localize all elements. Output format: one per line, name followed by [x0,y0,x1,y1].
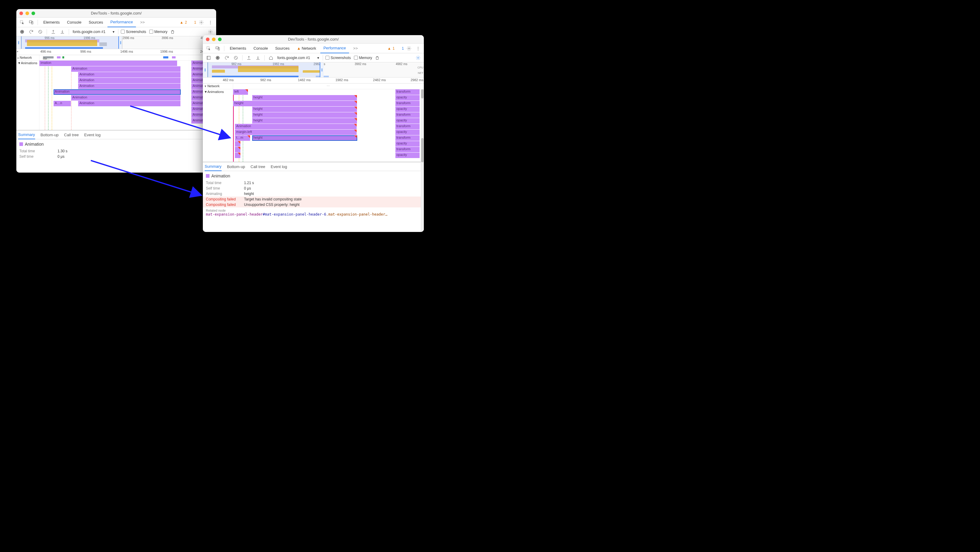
device-toggle-icon[interactable] [27,19,35,26]
flame-bar[interactable] [235,141,241,146]
flame-bar[interactable]: left [233,89,248,95]
flame-bar[interactable]: Animation [78,84,181,89]
flame-bar[interactable]: transform [395,89,420,95]
flame-bar[interactable]: Animation [71,66,181,72]
tab-console[interactable]: Console [250,44,271,53]
maximize-window-icon[interactable] [32,11,35,15]
scrollbar-thumb[interactable] [421,138,423,162]
time-ruler[interactable]: 482 ms 982 ms 1482 ms 1982 ms 2482 ms 29… [203,78,424,84]
flame-bar[interactable]: opacity [395,118,420,124]
screenshots-checkbox[interactable] [121,30,125,33]
flame-bar[interactable]: transform [395,101,420,106]
close-window-icon[interactable] [206,38,210,41]
tab-elements[interactable]: Elements [40,17,63,27]
settings-gear-icon[interactable] [405,45,413,52]
flame-bar[interactable]: transform [395,124,420,129]
tab-summary[interactable]: Summary [205,162,222,171]
network-track[interactable]: ▸Network tSe… [16,55,216,60]
download-icon[interactable] [59,28,66,36]
warnings-badge[interactable]: ▲2 [180,20,187,24]
home-icon[interactable] [267,54,275,62]
tab-elements[interactable]: Elements [227,44,249,53]
flame-bar[interactable]: height [252,135,357,141]
settings-gear-icon[interactable] [197,19,205,26]
record-button[interactable] [18,28,26,36]
target-dropdown[interactable]: fonts.google.com #1▾ [276,56,320,60]
flame-bar[interactable]: height [252,118,357,124]
tab-console[interactable]: Console [64,17,84,27]
flame-bar[interactable]: opacity [395,107,420,112]
overview-handle-right[interactable]: ‖ [320,62,324,77]
device-toggle-icon[interactable] [214,45,222,52]
tab-sources[interactable]: Sources [272,44,293,53]
gc-icon[interactable] [169,28,177,36]
tab-performance[interactable]: Performance [108,17,136,27]
download-icon[interactable] [254,54,262,62]
clear-button[interactable] [232,54,240,62]
upload-icon[interactable] [49,28,57,36]
issues-badge[interactable]: !1 [190,20,196,24]
flame-bar[interactable]: Animation [78,78,181,83]
capture-settings-gear-icon[interactable] [207,28,214,36]
tab-event-log[interactable]: Event log [270,162,287,171]
warnings-badge[interactable]: ▲1 [388,46,395,51]
flame-bar[interactable]: opacity [395,153,420,158]
flame-bar[interactable]: transform [395,135,420,141]
network-track[interactable]: ▼Network ⋯ [203,84,424,89]
kebab-menu-icon[interactable]: ⋮ [414,45,422,52]
flame-bar[interactable]: Animation [54,89,181,95]
capture-settings-gear-icon[interactable] [414,54,422,62]
flame-bar[interactable]: opacity [395,141,420,146]
overview-handle-left[interactable]: ‖ [16,37,21,49]
flame-bar[interactable]: A…n [54,101,71,106]
gc-icon[interactable] [373,54,381,62]
flame-bar[interactable] [235,153,241,158]
close-window-icon[interactable] [19,11,23,15]
flame-bar[interactable]: height [252,107,357,112]
flame-bar[interactable]: opacity [395,130,420,135]
flame-bar[interactable]: Animation [78,101,181,106]
tab-bottom-up[interactable]: Bottom-up [227,162,245,171]
tab-sources[interactable]: Sources [86,17,106,27]
minimize-window-icon[interactable] [212,38,216,41]
tab-call-tree[interactable]: Call tree [251,162,265,171]
flame-bar[interactable]: height [252,112,357,118]
expand-icon[interactable]: ▸ [17,50,19,53]
tab-call-tree[interactable]: Call tree [64,130,79,139]
more-tabs-icon[interactable]: >> [137,17,148,27]
flame-bar[interactable] [235,147,241,152]
messages-badge[interactable]: i1 [398,46,404,51]
flame-bar[interactable]: opacity [395,95,420,100]
more-tabs-icon[interactable]: >> [350,44,361,53]
maximize-window-icon[interactable] [218,38,222,41]
clear-button[interactable] [36,28,44,36]
collapse-dots-icon[interactable]: ⋯ [327,84,330,87]
screenshots-checkbox[interactable] [325,56,329,60]
flame-bar[interactable]: height [233,101,357,106]
memory-checkbox[interactable] [149,30,153,33]
tab-summary[interactable]: Summary [18,130,35,139]
scrollbar[interactable] [421,138,424,232]
flame-bar[interactable]: Animation [71,95,181,100]
memory-checkbox[interactable] [354,56,358,60]
flame-bar[interactable]: Animation [78,72,181,78]
flame-bar[interactable]: margin-left [235,130,357,135]
reload-record-button[interactable] [27,28,35,36]
flame-bar[interactable]: Animation [235,124,357,129]
time-ruler[interactable]: ▸ 496 ms 996 ms 1496 ms 1996 ms 2496 ms [16,49,216,55]
target-dropdown[interactable]: fonts.google.com #1▾ [72,30,116,34]
flame-bar[interactable]: transform [395,147,420,152]
kebab-menu-icon[interactable]: ⋮ [207,19,214,26]
tab-event-log[interactable]: Event log [84,130,100,139]
minimize-window-icon[interactable] [25,11,29,15]
record-button[interactable] [214,54,222,62]
timeline-overview[interactable]: ‖ 982 ms 1982 ms 2982 ms 3982 ms 4982 ms… [203,62,424,78]
tab-network[interactable]: ▲Network [294,44,320,53]
timeline-overview[interactable]: ‖ 996 ms 1996 ms 2996 ms 3996 ms 4996 ms… [16,37,216,49]
flame-bar[interactable]: t…m [235,135,250,141]
inspect-icon[interactable] [205,45,213,52]
flame-bar[interactable]: height [252,95,357,100]
flame-bar[interactable]: transform [395,112,420,118]
upload-icon[interactable] [245,54,253,62]
tab-performance[interactable]: Performance [320,44,349,53]
